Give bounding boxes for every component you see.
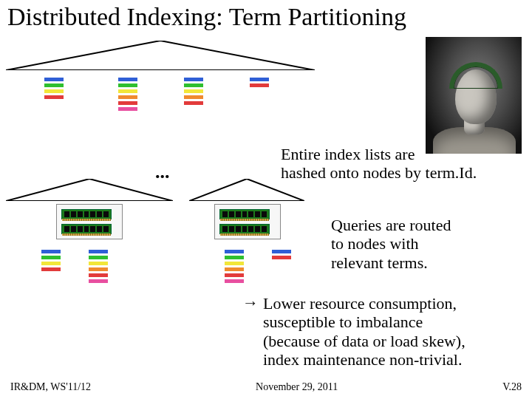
bar-pink [89, 279, 108, 283]
page-title: Distributed Indexing: Term Partitioning [7, 3, 406, 31]
bar-blue [118, 78, 137, 81]
bars-bottom-left-1 [41, 250, 61, 271]
triangle-top [6, 41, 315, 70]
bar-red [41, 267, 61, 271]
bar-green [184, 83, 203, 87]
bar-green [44, 83, 64, 87]
text-queries: Queries are routed to nodes with relevan… [331, 216, 451, 272]
arrow-icon: → [242, 294, 259, 312]
bar-orange [225, 267, 244, 271]
bar-yellow [89, 262, 108, 265]
bar-blue [89, 250, 108, 253]
bars-top-3 [184, 78, 203, 105]
bar-blue [44, 78, 64, 81]
bars-top-1 [44, 78, 64, 99]
bar-red [272, 256, 291, 259]
bar-blue [272, 250, 291, 253]
bar-green [118, 83, 137, 87]
bar-red [225, 273, 244, 277]
svg-marker-0 [6, 41, 315, 70]
bars-bottom-left-2 [89, 250, 108, 283]
bar-yellow [118, 89, 137, 93]
bars-bottom-right-1 [225, 250, 244, 283]
caesar-image [426, 37, 522, 154]
bar-red [250, 83, 269, 87]
text-lower-block: → Lower resource consumption, susceptibl… [242, 294, 466, 369]
bar-blue [184, 78, 203, 81]
bar-red [184, 101, 203, 105]
bar-blue [250, 78, 269, 81]
server-right [214, 204, 281, 239]
bar-orange [118, 95, 137, 99]
bar-pink [118, 107, 137, 111]
triangle-bottom-left [6, 179, 173, 201]
bars-top-4 [250, 78, 269, 87]
bar-yellow [41, 262, 61, 265]
bar-yellow [44, 89, 64, 93]
bar-red [44, 95, 64, 99]
bar-red [118, 101, 137, 105]
svg-marker-1 [6, 179, 173, 201]
bar-orange [89, 267, 108, 271]
footer-right: V.28 [502, 381, 522, 393]
footer: IR&DM, WS'11/12 November 29, 2011 V.28 [0, 381, 532, 393]
server-left [56, 204, 123, 239]
bars-bottom-right-2 [272, 250, 291, 259]
text-hash: Entire index lists are hashed onto nodes… [281, 145, 477, 183]
bar-blue [41, 250, 61, 253]
bar-red [89, 273, 108, 277]
bar-green [89, 256, 108, 259]
bar-yellow [225, 262, 244, 265]
bars-top-2 [118, 78, 137, 111]
bar-yellow [184, 89, 203, 93]
bar-green [225, 256, 244, 259]
bar-green [41, 256, 61, 259]
bar-pink [225, 279, 244, 283]
text-lower: Lower resource consumption, susceptible … [263, 294, 466, 369]
footer-left: IR&DM, WS'11/12 [10, 381, 91, 393]
bar-blue [225, 250, 244, 253]
footer-center: November 29, 2011 [256, 381, 338, 393]
bar-orange [184, 95, 203, 99]
